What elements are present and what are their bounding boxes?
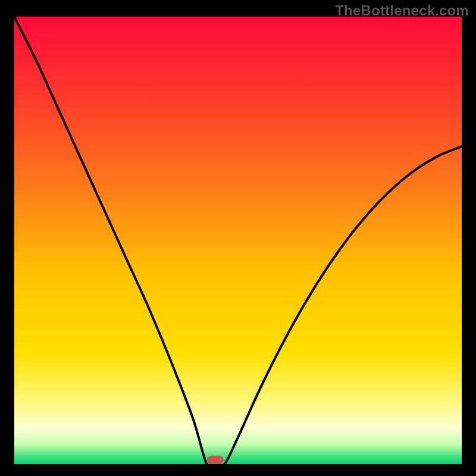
chart-frame: TheBottleneck.com (0, 0, 476, 476)
bottleneck-curve (14, 17, 462, 464)
optimal-point-marker (207, 456, 224, 464)
plot-area (14, 17, 462, 464)
